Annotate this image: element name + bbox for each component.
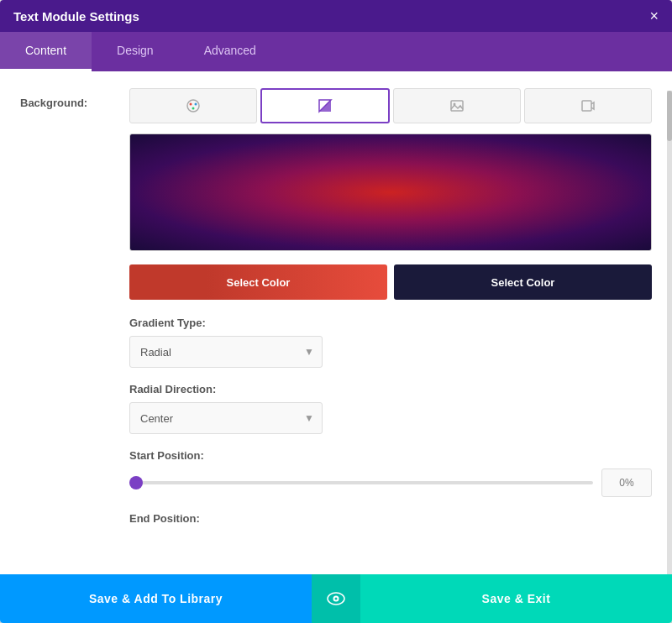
select-color-left-button[interactable]: Select Color: [129, 264, 387, 300]
tab-advanced[interactable]: Advanced: [179, 32, 281, 71]
start-position-group: Start Position: 0%: [129, 449, 652, 497]
background-control: Select Color Select Color Gradient Type:…: [129, 88, 652, 540]
image-icon: [449, 98, 465, 113]
background-type-buttons: [129, 88, 652, 123]
gradient-icon: [318, 98, 333, 113]
modal: Text Module Settings × Content Design Ad…: [0, 0, 672, 623]
svg-point-3: [192, 107, 195, 110]
tab-design[interactable]: Design: [92, 32, 179, 71]
bg-type-video-btn[interactable]: [524, 88, 652, 123]
modal-body: Background:: [0, 71, 672, 574]
scrollbar-thumb[interactable]: [667, 91, 672, 141]
start-position-label: Start Position:: [129, 449, 652, 462]
select-color-right-button[interactable]: Select Color: [394, 264, 652, 300]
gradient-type-label: Gradient Type:: [129, 317, 652, 329]
start-position-slider-row: 0%: [129, 469, 652, 497]
bg-type-image-btn[interactable]: [393, 88, 521, 123]
end-position-label: End Position:: [129, 512, 652, 525]
svg-point-11: [335, 598, 338, 600]
eye-icon: [327, 592, 345, 605]
save-add-library-button[interactable]: Save & Add To Library: [0, 574, 312, 623]
gradient-preview: [129, 134, 652, 251]
start-position-slider[interactable]: [129, 481, 593, 484]
modal-footer: Save & Add To Library Save & Exit: [0, 574, 672, 623]
start-position-value: 0%: [601, 469, 652, 497]
background-row: Background:: [20, 88, 652, 540]
end-position-group: End Position:: [129, 512, 652, 525]
background-label: Background:: [20, 88, 129, 109]
color-buttons: Select Color Select Color: [129, 264, 652, 300]
scrollbar[interactable]: [667, 91, 672, 574]
radial-direction-group: Radial Direction: Center Top Left Top To…: [129, 383, 652, 434]
gradient-type-select[interactable]: Linear Radial: [129, 336, 323, 368]
gradient-type-group: Gradient Type: Linear Radial ▼: [129, 317, 652, 368]
radial-direction-select[interactable]: Center Top Left Top Top Right Right Bott…: [129, 402, 323, 434]
radial-direction-label: Radial Direction:: [129, 383, 652, 395]
modal-title: Text Module Settings: [13, 9, 139, 24]
color-palette-icon: [186, 98, 201, 113]
eye-button[interactable]: [312, 574, 360, 623]
svg-point-0: [187, 100, 199, 112]
save-exit-button[interactable]: Save & Exit: [360, 574, 672, 623]
tab-content[interactable]: Content: [0, 32, 92, 71]
tab-bar: Content Design Advanced: [0, 32, 672, 71]
modal-header: Text Module Settings ×: [0, 0, 672, 32]
svg-rect-8: [582, 101, 591, 111]
video-icon: [580, 98, 596, 113]
svg-point-2: [195, 103, 197, 106]
close-button[interactable]: ×: [649, 8, 659, 24]
gradient-type-select-wrapper: Linear Radial ▼: [129, 336, 323, 368]
svg-point-1: [190, 103, 192, 106]
bg-type-gradient-btn[interactable]: [260, 88, 390, 123]
radial-direction-select-wrapper: Center Top Left Top Top Right Right Bott…: [129, 402, 323, 434]
bg-type-color-btn[interactable]: [129, 88, 257, 123]
